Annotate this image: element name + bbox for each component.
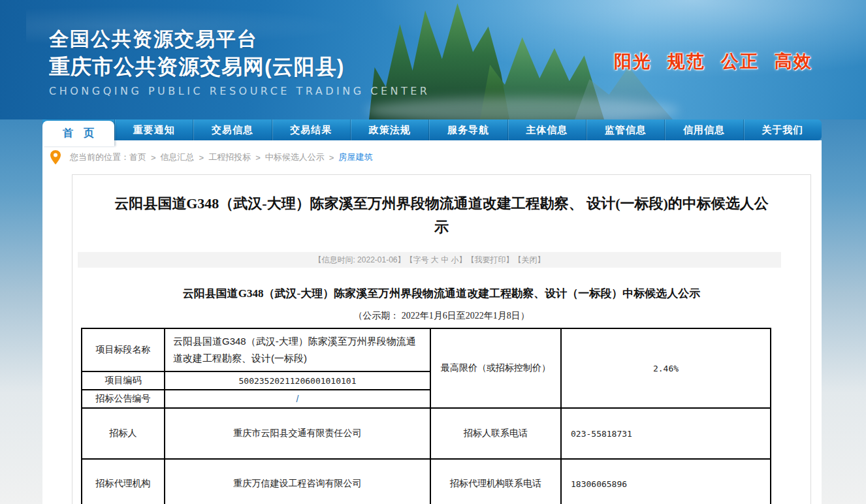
slogan: 阳光 规范 公正 高效	[614, 50, 812, 73]
agency-value: 重庆万信建设工程咨询有限公司	[165, 459, 430, 504]
project-name-label: 项目标段名称	[82, 328, 165, 371]
mist-decoration	[366, 97, 679, 119]
breadcrumb-separator: >	[199, 153, 204, 163]
project-name-value: 云阳县国道G348（武汉-大理）陈家溪至万州界段物流通道改建工程勘察、设计(一标…	[165, 328, 430, 371]
site-title-english: CHONGQING PUBLIC RESOURCE TRADING CENTER	[49, 85, 430, 97]
tenderee-value: 重庆市云阳县交通有限责任公司	[165, 408, 430, 459]
site-title-national: 全国公共资源交易平台	[49, 26, 430, 52]
nav-list: 重要通知 交易信息 交易结果 政策法规 服务导航 主体信息 监管信息 信用信息 …	[114, 119, 822, 140]
nav-tab-home-label: 首 页	[63, 127, 94, 140]
breadcrumb-item-info-summary[interactable]: 信息汇总	[161, 151, 195, 163]
location-pin-icon	[50, 150, 61, 165]
publicity-period: （公示期： 2022年1月6日至2022年1月8日）	[72, 310, 810, 322]
article-meta-bar: 【信息时间: 2022-01-06】 【字号 大 中 小 】 【我要打印】 【关…	[78, 252, 781, 268]
breadcrumb-separator: >	[151, 153, 156, 163]
fontsize-small-button[interactable]: 小	[449, 255, 458, 266]
document-subtitle: 云阳县国道G348（武汉-大理）陈家溪至万州界段物流通道改建工程勘察、设计（一标…	[92, 286, 791, 301]
project-code-value: 50023520211206001010101	[165, 371, 430, 390]
agency-label: 招标代理机构	[82, 459, 165, 504]
table-row: 项目标段名称 云阳县国道G348（武汉-大理）陈家溪至万州界段物流通道改建工程勘…	[82, 328, 771, 371]
slogan-word: 阳光	[614, 50, 652, 73]
nav-tab-home-active[interactable]: 首 页	[42, 121, 114, 146]
project-code-label: 项目编码	[82, 371, 165, 390]
agency-phone-label: 招标代理机构联系电话	[430, 459, 561, 504]
table-row: 招标人 重庆市云阳县交通有限责任公司 招标人联系电话 023-55818731	[82, 408, 771, 459]
main-navigation: 首 页 重要通知 交易信息 交易结果 政策法规 服务导航 主体信息 监管信息 信…	[42, 119, 822, 140]
max-price-value: 2.46%	[561, 328, 771, 408]
article-panel: 云阳县国道G348（武汉-大理）陈家溪至万州界段物流通道改建工程勘察、 设计(一…	[72, 174, 811, 504]
page-title: 云阳县国道G348（武汉-大理）陈家溪至万州界段物流通道改建工程勘察、 设计(一…	[108, 192, 775, 239]
tenderee-phone-value: 023-55818731	[561, 408, 771, 459]
nav-tab-supervision-info[interactable]: 监管信息	[586, 119, 664, 140]
fontsize-medium-button[interactable]: 中	[439, 255, 449, 266]
fontsize-label-close: 】	[459, 255, 467, 266]
site-banner: 全国公共资源交易平台 重庆市公共资源交易网(云阳县) CHONGQING PUB…	[0, 0, 866, 119]
slogan-word: 公正	[721, 50, 759, 73]
fontsize-label: 【字号	[406, 255, 431, 266]
breadcrumb-item-winning-candidates[interactable]: 中标候选人公示	[265, 151, 325, 163]
breadcrumb-separator: >	[255, 153, 261, 163]
content-shell: 首 页 重要通知 交易信息 交易结果 政策法规 服务导航 主体信息 监管信息 信…	[42, 119, 822, 504]
max-price-label: 最高限价（或招标控制价）	[430, 328, 561, 408]
notice-number-value: /	[165, 390, 430, 408]
slogan-word: 规范	[667, 50, 705, 73]
nav-tab-trading-info[interactable]: 交易信息	[193, 119, 271, 140]
nav-tab-important-notices[interactable]: 重要通知	[114, 119, 193, 140]
nav-tab-about-us[interactable]: 关于我们	[743, 119, 822, 140]
site-brand: 全国公共资源交易平台 重庆市公共资源交易网(云阳县) CHONGQING PUB…	[49, 26, 430, 97]
breadcrumb-separator: >	[329, 153, 334, 163]
agency-phone-value: 18306065896	[561, 459, 771, 504]
page: 全国公共资源交易平台 重庆市公共资源交易网(云阳县) CHONGQING PUB…	[0, 0, 866, 504]
breadcrumb: 您当前的位置： 首页 > 信息汇总 > 工程招投标 > 中标候选人公示 > 房屋…	[42, 140, 822, 174]
breadcrumb-item-home[interactable]: 首页	[129, 151, 146, 163]
tenderee-label: 招标人	[82, 408, 165, 459]
nav-tab-trading-results[interactable]: 交易结果	[272, 119, 350, 140]
tenderee-phone-label: 招标人联系电话	[430, 408, 561, 459]
info-time: 【信息时间: 2022-01-06】	[313, 255, 405, 266]
breadcrumb-label: 您当前的位置：	[70, 151, 129, 163]
site-title-regional: 重庆市公共资源交易网(云阳县)	[49, 52, 430, 81]
nav-tab-credit-info[interactable]: 信用信息	[664, 119, 743, 140]
bid-info-table: 项目标段名称 云阳县国道G348（武汉-大理）陈家溪至万州界段物流通道改建工程勘…	[81, 328, 771, 504]
nav-tab-service-guide[interactable]: 服务导航	[428, 119, 507, 140]
fontsize-large-button[interactable]: 大	[431, 255, 439, 266]
table-row: 招标代理机构 重庆万信建设工程咨询有限公司 招标代理机构联系电话 1830606…	[82, 459, 771, 504]
nav-tab-policies[interactable]: 政策法规	[350, 119, 428, 140]
print-button[interactable]: 【我要打印】	[467, 255, 514, 266]
breadcrumb-item-engineering-bidding[interactable]: 工程招投标	[208, 151, 251, 163]
slogan-word: 高效	[775, 50, 812, 73]
notice-number-label: 招标公告编号	[82, 390, 165, 408]
nav-tab-entity-info[interactable]: 主体信息	[507, 119, 586, 140]
content-area: 您当前的位置： 首页 > 信息汇总 > 工程招投标 > 中标候选人公示 > 房屋…	[42, 140, 822, 504]
breadcrumb-current-housing[interactable]: 房屋建筑	[338, 151, 372, 163]
close-button[interactable]: 【关闭】	[514, 255, 545, 266]
